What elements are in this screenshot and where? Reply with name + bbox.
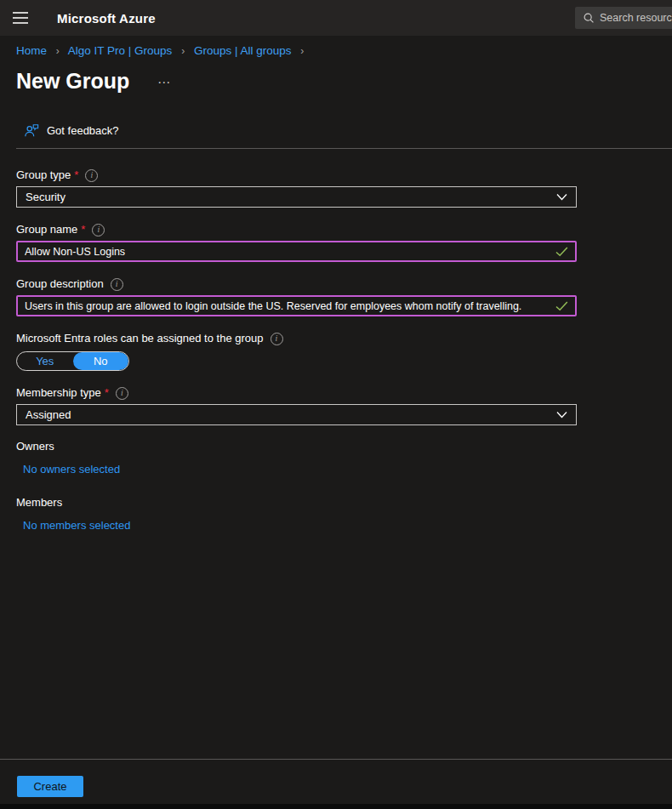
valid-check-icon <box>555 301 568 311</box>
group-type-value: Security <box>26 191 65 203</box>
info-icon[interactable]: i <box>116 387 128 400</box>
group-name-input[interactable] <box>25 246 550 258</box>
group-type-field: Group type * i Security <box>16 168 672 208</box>
required-asterisk: * <box>81 222 85 237</box>
entra-roles-field: Microsoft Entra roles can be assigned to… <box>16 331 672 371</box>
chevron-down-icon <box>556 193 567 201</box>
footer-bar: Create <box>0 759 672 809</box>
members-label: Members <box>16 496 672 509</box>
entra-roles-label: Microsoft Entra roles can be assigned to… <box>16 331 264 346</box>
search-input[interactable] <box>600 12 672 24</box>
title-row: New Group … <box>16 59 672 93</box>
membership-type-field: Membership type * i Assigned <box>16 385 672 425</box>
search-icon <box>583 12 595 24</box>
breadcrumb-separator: › <box>56 45 60 57</box>
info-icon[interactable]: i <box>92 224 105 236</box>
required-asterisk: * <box>74 168 78 183</box>
group-description-input-wrap <box>16 295 577 316</box>
bottom-strip <box>0 804 672 809</box>
entra-roles-toggle-yes[interactable]: Yes <box>17 352 73 370</box>
info-icon[interactable]: i <box>85 169 98 182</box>
members-select-link[interactable]: No members selected <box>23 519 130 532</box>
group-type-select[interactable]: Security <box>16 186 577 208</box>
breadcrumb: Home › Algo IT Pro | Groups › Groups | A… <box>16 43 672 59</box>
group-name-input-wrap <box>16 241 577 262</box>
menu-icon[interactable] <box>13 9 28 27</box>
info-icon[interactable]: i <box>271 333 283 345</box>
create-button[interactable]: Create <box>17 776 83 797</box>
group-description-label: Group description <box>16 276 104 292</box>
section-divider <box>16 148 672 149</box>
entra-roles-toggle-no[interactable]: No <box>73 352 129 370</box>
required-asterisk: * <box>105 385 109 401</box>
new-group-form: Group type * i Security Group name * i <box>16 168 672 533</box>
page-content: Home › Algo IT Pro | Groups › Groups | A… <box>0 36 672 533</box>
breadcrumb-all-groups[interactable]: Groups | All groups <box>194 44 292 57</box>
membership-type-label: Membership type <box>16 385 101 401</box>
owners-label: Owners <box>16 440 672 453</box>
top-bar: Microsoft Azure <box>0 0 672 36</box>
chevron-down-icon <box>556 411 567 419</box>
more-options-icon[interactable]: … <box>157 71 173 86</box>
breadcrumb-home[interactable]: Home <box>16 44 47 57</box>
global-search[interactable] <box>575 7 672 29</box>
valid-check-icon <box>555 247 568 257</box>
group-type-label: Group type <box>16 168 71 183</box>
page-title: New Group <box>16 69 129 93</box>
group-description-field: Group description i <box>16 276 672 316</box>
breadcrumb-separator: › <box>181 45 185 57</box>
group-name-label: Group name <box>16 222 77 237</box>
group-description-input[interactable] <box>25 300 550 312</box>
owners-select-link[interactable]: No owners selected <box>23 463 120 476</box>
feedback-label: Got feedback? <box>47 124 119 137</box>
membership-type-select[interactable]: Assigned <box>16 404 577 425</box>
breadcrumb-separator: › <box>300 45 304 57</box>
breadcrumb-tenant-groups[interactable]: Algo IT Pro | Groups <box>68 44 173 57</box>
group-name-field: Group name * i <box>16 222 672 262</box>
app-title[interactable]: Microsoft Azure <box>57 11 156 26</box>
info-icon[interactable]: i <box>111 278 123 291</box>
entra-roles-toggle: Yes No <box>16 351 129 371</box>
got-feedback-link[interactable]: Got feedback? <box>24 123 672 138</box>
membership-type-value: Assigned <box>26 408 71 421</box>
feedback-icon <box>24 123 39 138</box>
